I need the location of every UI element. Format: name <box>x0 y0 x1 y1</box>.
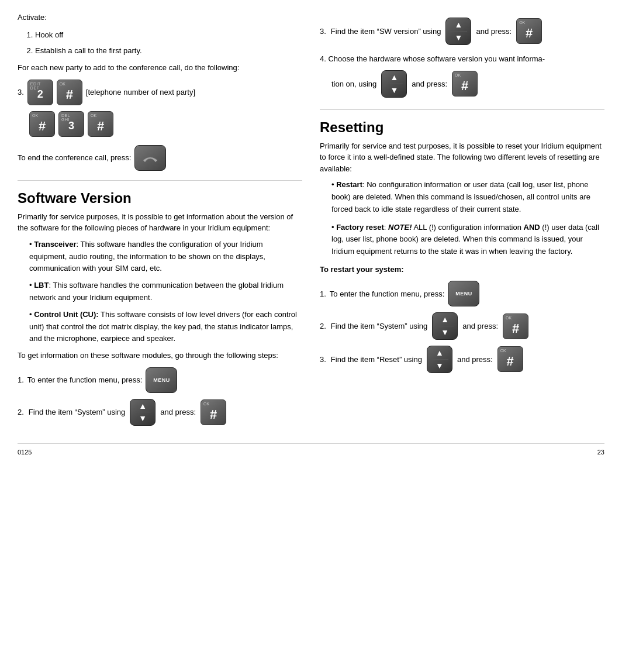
ok-hash-rst2[interactable]: OK # <box>503 313 528 339</box>
up-arrow-rst3: ▲ <box>436 348 444 358</box>
sw-step2-row: 2. Find the item “System” using ▲ ▼ and … <box>18 399 302 426</box>
nav-pad-sw3[interactable]: ▲ ▼ <box>445 18 471 45</box>
sw-step4-tion: tion on, using <box>331 80 376 88</box>
ok-label-sw2: OK <box>203 402 209 406</box>
bullet-transceiver: • Transceiver: This software handles the… <box>29 239 302 275</box>
down-arrow-rst2: ▼ <box>441 328 449 337</box>
bullet-cu: • Control Unit (CU): This software consi… <box>29 309 302 345</box>
hash-symbol-1: # <box>66 87 73 102</box>
lbt-text: : This software handles the communicatio… <box>29 281 284 302</box>
restart-label: Restart <box>336 180 362 189</box>
up-arrow-rst2: ▲ <box>441 315 449 325</box>
ok-hash-sw3[interactable]: OK # <box>516 18 542 44</box>
sw-step1-text: To enter the function menu, press: <box>27 375 143 384</box>
hash-rst3: # <box>507 354 514 369</box>
divider-rst3 <box>431 359 448 360</box>
sw-step1-number: 1. <box>18 375 24 384</box>
divider-sw2 <box>134 412 151 412</box>
get-info-text: To get information on these software mod… <box>18 350 302 361</box>
restart-heading: To restart your system: <box>320 264 604 275</box>
down-arrow-rst3: ▼ <box>436 361 444 371</box>
key-main-digit: 2 <box>37 88 43 101</box>
sw-intro: Primarily for service purposes, it is po… <box>18 211 302 234</box>
sw-step4-row: tion on, using ▲ ▼ and press: OK # <box>331 70 604 98</box>
menu-label-rst: MENU <box>455 291 472 297</box>
rst-step2-and-press: and press: <box>462 322 498 330</box>
ok-label-sw4: OK <box>455 73 461 77</box>
factory-all: ALL (!) <box>412 223 436 232</box>
bullet-lbt: • LBT: This software handles the communi… <box>29 280 302 304</box>
restart-bullet: • Restart: No configuration information … <box>331 179 604 215</box>
activate-label: Activate: <box>18 12 302 23</box>
factory-and: AND <box>524 223 540 232</box>
end-call-button[interactable] <box>134 145 166 171</box>
hash-symbol-2: # <box>39 119 46 134</box>
factory-note: NOTE! <box>388 223 412 232</box>
menu-button-sw[interactable]: MENU <box>146 367 177 393</box>
sw-step3-row: 3. Find the item “SW version” using ▲ ▼ … <box>320 18 604 45</box>
factory-text1: : <box>384 223 388 232</box>
hash-rst2: # <box>512 321 519 336</box>
hash-symbol-3: # <box>97 119 104 134</box>
ok-hash-rst3[interactable]: OK # <box>497 346 523 372</box>
step3-row: 3. EDITDEF 2 OK # [telephone number of n… <box>18 80 302 105</box>
nav-pad-rst3[interactable]: ▲ ▼ <box>427 346 452 373</box>
ok-hash-sw4[interactable]: OK # <box>452 71 478 97</box>
rst-step1-number: 1. <box>320 290 326 298</box>
hash-sw2: # <box>210 407 217 422</box>
end-call-text: To end the conference call, press: <box>18 153 131 162</box>
down-arrow-sw4: ▼ <box>390 85 398 95</box>
right-column: 3. Find the item “SW version” using ▲ ▼ … <box>320 12 604 432</box>
factory-bullet: • Factory reset: NOTE! ALL (!) configura… <box>331 222 604 258</box>
rst-step1-row: 1. To enter the function menu, press: ME… <box>320 281 604 306</box>
factory-text2: configuration information <box>436 223 524 232</box>
hash-sw3: # <box>526 26 533 41</box>
sw-step3-and-press: and press: <box>476 27 512 36</box>
menu-button-rst[interactable]: MENU <box>448 281 479 306</box>
rst-step3-text: Find the item “Reset” using <box>331 355 422 364</box>
sw-step3-number: 3. <box>320 27 326 36</box>
rst-step2-row: 2. Find the item “System” using ▲ ▼ and … <box>320 312 604 340</box>
sw-step1-row: 1. To enter the function menu, press: ME… <box>18 367 302 393</box>
ok-hash-sw2[interactable]: OK # <box>201 399 226 425</box>
nav-pad-sw4[interactable]: ▲ ▼ <box>381 70 407 98</box>
down-arrow-sw3: ▼ <box>454 33 462 43</box>
ok-label-rst2: OK <box>506 316 512 320</box>
sw-step4-and-press: and press: <box>412 80 447 88</box>
ok-label-3: OK <box>91 113 96 118</box>
lbt-label: LBT <box>34 281 49 290</box>
nav-pad-sw2[interactable]: ▲ ▼ <box>130 399 156 426</box>
rst-step1-text: To enter the function menu, press: <box>330 290 445 298</box>
ok-label-1: OK <box>60 82 65 86</box>
factory-label: Factory reset <box>336 223 384 232</box>
del-ghi-label: DELGHI <box>61 113 70 122</box>
ok-hash-key-2[interactable]: OK # <box>29 111 55 137</box>
ok-label-sw3: OK <box>519 20 525 25</box>
ok-label-2: OK <box>32 113 38 118</box>
activate-steps: Hook off Establish a call to the first p… <box>35 28 302 58</box>
resetting-title: Resetting <box>320 119 604 136</box>
sw-step4-number: 4. <box>320 54 326 63</box>
step3-number: 3. <box>18 88 24 97</box>
restart-text: : No configuration information or user d… <box>331 180 590 213</box>
conference-intro: For each new party to add to the confere… <box>18 62 302 74</box>
sw-step4-text: 4. Choose the hardware whose software ve… <box>320 53 604 65</box>
del-ghi-3-key[interactable]: DELGHI 3 <box>58 111 84 137</box>
page-layout: Activate: Hook off Establish a call to t… <box>18 12 604 432</box>
footer-left: 0125 <box>18 449 32 456</box>
rst-step2-text: Find the item “System” using <box>331 322 427 330</box>
ok-hash-key-3[interactable]: OK # <box>88 111 113 137</box>
sw-step2-text: Find the item “System” using <box>29 408 125 416</box>
step3-text: [telephone number of next party] <box>86 88 195 97</box>
resetting-bullets: • Restart: No configuration information … <box>331 179 604 258</box>
up-arrow-sw2: ▲ <box>139 401 147 411</box>
left-column: Activate: Hook off Establish a call to t… <box>18 12 302 432</box>
divider-rst2 <box>436 326 454 326</box>
rst-step3-number: 3. <box>320 355 326 364</box>
edit-def-2-key[interactable]: EDITDEF 2 <box>27 80 53 105</box>
menu-label-sw: MENU <box>153 377 170 383</box>
resetting-intro: Primarily for service and test purposes,… <box>320 140 604 175</box>
ok-hash-key-1[interactable]: OK # <box>57 80 82 105</box>
sw-step4-desc: Choose the hardware whose software versi… <box>328 54 545 63</box>
nav-pad-rst2[interactable]: ▲ ▼ <box>432 312 458 340</box>
